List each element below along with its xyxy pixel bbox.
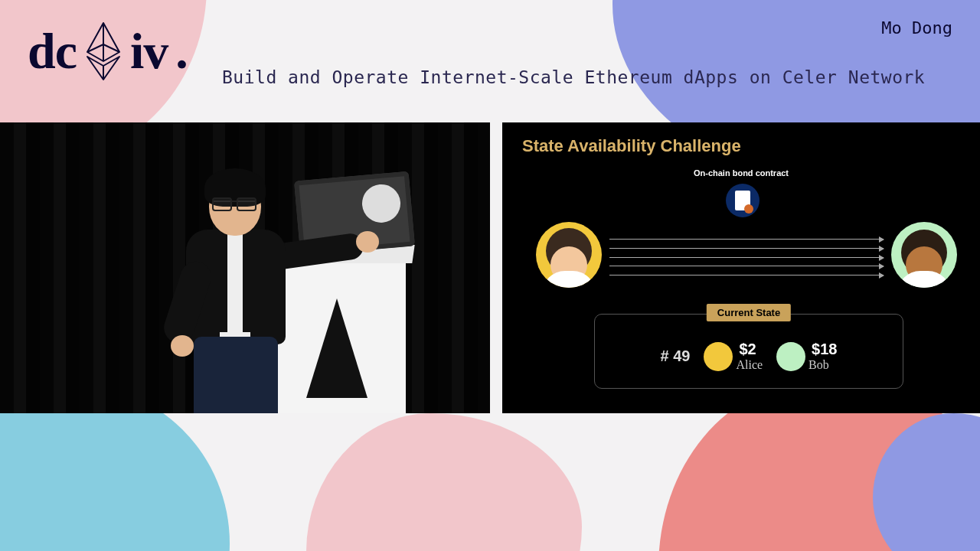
talk-title: Build and Operate Internet-Scale Ethereu… bbox=[222, 67, 925, 87]
avatar-bob-mini bbox=[776, 342, 805, 371]
bond-contract-label: On-chain bond contract bbox=[502, 168, 980, 178]
video-feed bbox=[0, 122, 490, 413]
logo-dot: . bbox=[175, 22, 188, 80]
avatar-alice bbox=[536, 222, 602, 288]
avatar-bob bbox=[891, 222, 957, 288]
bg-blob bbox=[306, 413, 582, 551]
stage: dc iv . Mo Dong Build and Operate Intern… bbox=[0, 0, 980, 551]
current-state-box: Current State # 49 $2 Alice $18 Bob bbox=[594, 314, 903, 389]
alice-signature: Alice bbox=[736, 358, 763, 372]
state-row: # 49 $2 Alice $18 Bob bbox=[595, 341, 903, 372]
slide-title: State Availability Challenge bbox=[522, 136, 741, 156]
avatar-alice-mini bbox=[704, 342, 733, 371]
alice-amount: $2 bbox=[739, 341, 763, 358]
bob-amount: $18 bbox=[812, 341, 837, 358]
slide: State Availability Challenge On-chain bo… bbox=[502, 122, 980, 413]
current-state-label: Current State bbox=[707, 304, 791, 321]
ethereum-icon bbox=[84, 21, 122, 81]
logo-text-dc: dc bbox=[28, 22, 77, 80]
alice-balance: $2 Alice bbox=[704, 341, 763, 372]
bob-signature: Bob bbox=[808, 358, 837, 372]
logo-text-iv: iv bbox=[130, 22, 168, 80]
sequence-number: # 49 bbox=[661, 347, 691, 365]
speaker-name: Mo Dong bbox=[881, 18, 952, 37]
channel-lines bbox=[609, 239, 884, 276]
contract-icon bbox=[726, 184, 760, 217]
bob-balance: $18 Bob bbox=[776, 341, 837, 372]
event-logo: dc iv . bbox=[28, 21, 188, 81]
presenter bbox=[172, 168, 302, 413]
